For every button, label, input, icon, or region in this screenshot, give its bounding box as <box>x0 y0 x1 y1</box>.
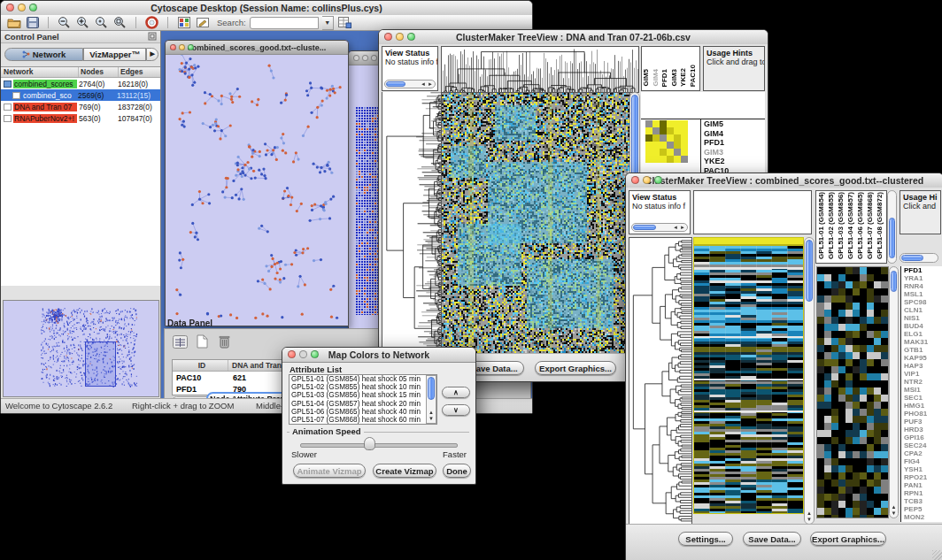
minimize-icon[interactable] <box>299 350 307 358</box>
gene-label[interactable]: SEC1 <box>901 394 942 402</box>
move-up-button[interactable]: ∧ <box>442 387 470 398</box>
export-graphics-button[interactable]: Export Graphics... <box>535 361 616 375</box>
minimize-icon[interactable] <box>362 55 368 61</box>
gene-label[interactable]: GTB1 <box>901 346 942 354</box>
column-header-edges[interactable]: Edges <box>119 67 160 77</box>
zoom-window-icon[interactable] <box>188 44 194 50</box>
network-frame-1-title-bar[interactable]: combined_scores_good.txt--cluste... <box>166 41 348 55</box>
gene-label[interactable]: SEC24 <box>901 441 942 449</box>
settings-button[interactable]: Settings... <box>678 532 733 546</box>
gene-label[interactable]: MSI1 <box>901 386 942 394</box>
gene-label[interactable]: GIM3 <box>701 148 765 157</box>
column-label[interactable]: GIM5 <box>642 69 652 87</box>
zoom-window-icon[interactable] <box>654 176 662 184</box>
search-input[interactable] <box>250 17 319 29</box>
zoom-in-icon[interactable] <box>75 16 90 29</box>
column-label[interactable]: GPL51-07 (GSM868) <box>865 192 875 259</box>
gene-label[interactable]: BUD4 <box>901 322 942 330</box>
zoom-window-icon[interactable] <box>407 33 415 41</box>
close-icon[interactable] <box>384 33 392 41</box>
gene-label[interactable]: FIG4 <box>901 457 942 465</box>
zoom-window-icon[interactable] <box>29 4 37 12</box>
heatmap-view[interactable] <box>693 237 804 514</box>
treeview1-title-bar[interactable]: ClusterMaker TreeView : DNA and Tran 07-… <box>379 30 768 45</box>
float-panel-icon[interactable] <box>148 32 157 42</box>
gene-label[interactable]: PFD1 <box>901 266 942 274</box>
scrollbar-thumb[interactable] <box>631 95 638 180</box>
attribute-list-item[interactable]: GPL51-04 (GSM857) heat shock 20 min <box>290 400 436 408</box>
tab-network[interactable]: Network <box>4 48 83 61</box>
scrollbar-thumb[interactable] <box>386 81 405 87</box>
gene-label[interactable]: MAK31 <box>901 338 942 346</box>
create-vizmap-button[interactable]: Create Vizmap <box>373 464 436 478</box>
minimize-icon[interactable] <box>18 4 26 12</box>
column-header-nodes[interactable]: Nodes <box>79 67 119 77</box>
row-dendrogram[interactable] <box>382 92 443 355</box>
search-dropdown-icon[interactable]: ▼ <box>322 16 334 30</box>
annotation-icon[interactable] <box>195 16 210 29</box>
scrollbar-thumb[interactable] <box>428 377 435 400</box>
gene-label[interactable]: HMG1 <box>901 402 942 410</box>
attribute-list-vscrollbar[interactable]: ▲▼ <box>426 375 436 424</box>
gene-label[interactable]: GIM5 <box>701 119 765 129</box>
done-button[interactable]: Done <box>443 464 471 478</box>
network-list-row[interactable]: RNAPuberNov2+! 563(0) 107847(0) <box>1 112 160 124</box>
zoom-out-icon[interactable] <box>57 16 72 29</box>
usage-hints-hscrollbar[interactable] <box>900 253 938 263</box>
column-label[interactable]: PFD1 <box>660 69 670 87</box>
view-status-hscrollbar[interactable]: ◄► <box>631 223 688 232</box>
close-icon[interactable] <box>288 350 296 358</box>
attribute-list-item[interactable]: GPL51-06 (GSM865) heat shock 40 min <box>290 408 436 416</box>
zoom-heatmap-view[interactable] <box>816 266 889 518</box>
network-view[interactable] <box>166 55 346 325</box>
gene-label[interactable]: CPA2 <box>901 449 942 457</box>
zoom-selected-icon[interactable] <box>94 16 109 29</box>
heatmap-view[interactable] <box>441 92 630 356</box>
move-down-button[interactable]: ∨ <box>442 404 470 416</box>
scrollbar-thumb[interactable] <box>889 218 895 258</box>
close-icon[interactable] <box>631 176 639 184</box>
gene-label[interactable]: TCB3 <box>901 497 942 505</box>
adjacency-grid-view[interactable] <box>356 107 379 315</box>
close-icon[interactable] <box>170 44 176 50</box>
gene-label[interactable]: YSH1 <box>901 465 942 473</box>
tab-overflow-icon[interactable]: ▶ <box>146 48 158 61</box>
column-label[interactable]: GIM3 <box>670 69 680 87</box>
attribute-list-item[interactable]: GPL51-02 (GSM855) heat shock 10 min <box>290 383 436 391</box>
slider-thumb[interactable] <box>364 437 375 450</box>
minimize-icon[interactable] <box>396 33 404 41</box>
resize-grip[interactable] <box>932 550 942 560</box>
animate-vizmap-button[interactable]: Animate Vizmap <box>293 464 366 478</box>
zoom-fit-icon[interactable] <box>112 16 127 29</box>
column-label[interactable]: GPL51-01 (GSM854) <box>816 192 826 259</box>
gene-label[interactable]: MSL1 <box>901 290 942 298</box>
column-label[interactable]: GPL51-02 (GSM855) <box>826 192 836 259</box>
vizmapper-icon[interactable] <box>176 16 191 29</box>
dialog-title-bar[interactable]: Map Colors to Network <box>282 348 475 363</box>
close-icon[interactable] <box>6 4 14 12</box>
new-attribute-icon[interactable] <box>194 334 211 349</box>
save-icon[interactable] <box>25 16 40 29</box>
gene-label[interactable]: MON2 <box>901 513 942 521</box>
gene-label[interactable]: RNR4 <box>901 282 942 290</box>
main-title-bar[interactable]: Cytoscape Desktop (Session Name: collins… <box>1 1 532 16</box>
gene-label[interactable]: RPO21 <box>901 473 942 481</box>
row-dendrogram[interactable] <box>629 237 692 525</box>
minimize-icon[interactable] <box>643 176 651 184</box>
tab-vizmapper[interactable]: VizMapper™ <box>83 48 146 61</box>
save-data-button[interactable]: Save Data... <box>743 532 801 546</box>
attribute-select-icon[interactable] <box>172 334 189 349</box>
export-graphics-button[interactable]: Export Graphics... <box>810 532 886 546</box>
network-frame-1[interactable]: combined_scores_good.txt--cluste... <box>165 40 349 326</box>
gene-label[interactable]: VIP1 <box>901 370 942 378</box>
zoom-window-icon[interactable] <box>371 55 377 61</box>
column-header-network[interactable]: Network <box>1 67 79 77</box>
gene-label[interactable]: PEP5 <box>901 505 942 513</box>
treeview2-title-bar[interactable]: ClusterMaker TreeView : combined_scores_… <box>626 173 942 188</box>
gene-label[interactable]: GPI16 <box>901 433 942 441</box>
column-label[interactable]: GPL51-03 (GSM856) <box>836 192 845 259</box>
column-label[interactable]: GPL51-08 (GSM872) <box>875 192 884 259</box>
column-label[interactable]: GPL51-04 (GSM857) <box>845 192 855 259</box>
zoom-matrix-view[interactable] <box>645 120 688 163</box>
column-label[interactable]: GPL51-06 (GSM865) <box>855 192 865 259</box>
